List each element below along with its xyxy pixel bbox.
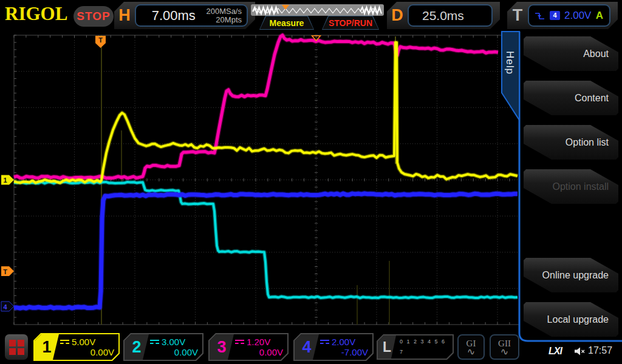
channel1-position-marker-label: 1 [3,177,7,184]
trigger-mode: A [596,10,604,22]
channel2-scale: 3.00V [162,337,185,347]
channel3-scale: 1.20V [247,337,270,347]
trigger-level-marker-label: T [3,268,7,275]
horizontal-label: H [114,6,135,25]
trigger-level-value: 2.00V [564,10,591,22]
channel4-number: 4 [295,334,319,360]
dc-coupling-icon [60,340,69,345]
channel1-number: 1 [35,334,59,360]
measure-button-label: Measure [260,16,313,29]
timebase-box[interactable]: 7.00ms 200MSa/s 20Mpts [135,4,248,27]
trigger-slope-icon [534,11,545,21]
channel4-offset: -7.00V [320,347,368,357]
delay-value: 25.0ms [414,8,464,23]
channel1-scale: 5.00V [72,337,95,347]
logic-analyzer-box[interactable]: L 0 1 2 3 4 5 6 7 8 9 10 11 12 13 14 15 [377,334,454,360]
ch1-yellow-trace [14,42,518,183]
channel3-offset: 0.00V [235,347,283,357]
stop-run-button[interactable]: STOP/RUN [322,16,379,30]
sine-icon: ∿ [467,348,475,356]
logic-analyzer-label: L [378,335,396,359]
sample-rate: 200MSa/s [206,7,242,16]
dc-coupling-icon [150,340,159,345]
stop-run-button-label: STOP/RUN [323,16,378,29]
digital-channel-list: 0 1 2 3 4 5 6 7 8 9 10 11 12 13 14 15 [396,335,453,359]
speaker-muted-icon [574,347,586,356]
measure-button[interactable]: Measure [259,16,314,30]
waveform-overview-graphic [251,4,384,16]
acquisition-info: 200MSa/s 20Mpts [206,7,242,24]
trigger-box[interactable]: 4 2.00V A [528,4,610,27]
clock: 17:57 [588,345,612,356]
generator1-button[interactable]: GI ∿ [457,334,485,360]
menu-grid-icon [9,348,16,355]
lxi-status: LXI [549,346,562,357]
main-menu-button[interactable] [5,334,28,360]
channel3-box[interactable]: 31.20V0.00V [208,333,289,361]
menu-grid-icon [9,340,16,346]
waveform-overview[interactable] [251,4,384,16]
rigol-logo: RIGOL [5,3,67,25]
menu-grid-icon [18,348,24,355]
channel3-number: 3 [210,334,234,360]
generator2-button[interactable]: GII ∿ [490,334,519,360]
channel2-box[interactable]: 23.00V0.00V [123,333,203,361]
channel2-offset: 0.00V [150,347,198,357]
overview-trigger-marker [282,5,289,10]
channel2-number: 2 [125,334,149,360]
run-state-badge: STOP [73,6,114,27]
channel4-position-marker-label: 4 [3,303,7,311]
delay-label: D [387,6,408,25]
trigger-position-label: T [98,36,103,44]
channel1-box[interactable]: 15.00V0.00V [33,333,120,361]
help-tab[interactable]: Help [504,51,516,75]
trigger-source-badge: 4 [550,11,560,20]
dc-coupling-icon [320,340,329,345]
trigger-panel[interactable]: T 4 2.00V A [507,2,618,29]
horizontal-panel[interactable]: H 7.00ms 200MSa/s 20Mpts [114,2,255,29]
channel4-scale: 2.00V [332,337,355,347]
trigger-label: T [507,6,528,25]
ch1-yellow-halo [14,42,518,183]
timebase-value: 7.00ms [141,8,206,24]
ch2-cyan-trace [14,182,518,298]
channel4-box[interactable]: 42.00V-7.00V [293,333,374,361]
delay-box[interactable]: 25.0ms [408,4,493,27]
delay-panel[interactable]: D 25.0ms [387,2,500,29]
sine-icon: ∿ [501,348,508,356]
dc-coupling-icon [235,340,244,345]
digital-channels-row1: 0 1 2 3 4 5 6 7 [400,337,453,357]
channel1-offset: 0.00V [60,347,114,357]
memory-depth: 20Mpts [206,16,242,24]
menu-grid-icon [18,340,24,346]
